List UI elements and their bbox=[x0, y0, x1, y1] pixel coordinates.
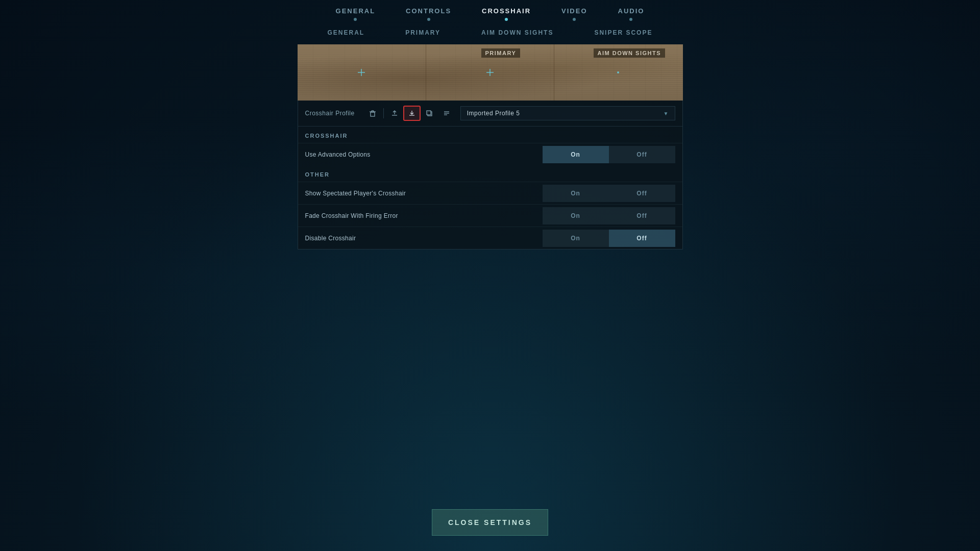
nav-dot-crosshair bbox=[505, 18, 508, 21]
show-spectated-label: Show Spectated Player's Crosshair bbox=[305, 190, 543, 197]
nav-dot-controls bbox=[427, 18, 430, 21]
fade-crosshair-row: Fade Crosshair With Firing Error On Off bbox=[298, 204, 682, 227]
copy-profile-button[interactable] bbox=[421, 106, 438, 121]
fade-crosshair-off[interactable]: Off bbox=[609, 207, 675, 224]
nav-item-controls[interactable]: CONTROLS bbox=[406, 7, 451, 21]
disable-crosshair-row: Disable Crosshair On Off bbox=[298, 227, 682, 249]
profile-divider-1 bbox=[383, 108, 384, 118]
disable-crosshair-off[interactable]: Off bbox=[609, 230, 675, 247]
nav-item-crosshair[interactable]: CROSSHAIR bbox=[482, 7, 531, 21]
profile-bar-label: Crosshair Profile bbox=[305, 110, 355, 117]
nav-dot-general bbox=[354, 18, 357, 21]
export-profile-button[interactable] bbox=[386, 106, 403, 121]
nav-dot-audio bbox=[629, 18, 632, 21]
tab-general[interactable]: GENERAL bbox=[328, 25, 365, 40]
sniper-crosshair bbox=[617, 71, 619, 73]
svg-rect-10 bbox=[427, 111, 431, 115]
preview-primary-section bbox=[298, 44, 426, 101]
show-spectated-toggle: On Off bbox=[543, 185, 675, 202]
nav-item-general[interactable]: GENERAL bbox=[336, 7, 376, 21]
tab-primary[interactable]: PRIMARY bbox=[405, 25, 440, 40]
use-advanced-options-toggle: On Off bbox=[543, 146, 675, 163]
disable-crosshair-toggle: On Off bbox=[543, 230, 675, 247]
preview-label-primary: PRIMARY bbox=[481, 48, 521, 58]
delete-profile-button[interactable] bbox=[364, 106, 381, 121]
profile-select-value: Imported Profile 5 bbox=[467, 110, 520, 117]
import-profile-button[interactable] bbox=[403, 106, 421, 121]
profile-select[interactable]: Imported Profile 5 ▼ bbox=[460, 106, 675, 120]
crosshair-preview: PRIMARY AIM DOWN SIGHTS SNIPER SCOPE bbox=[298, 44, 683, 101]
primary-crosshair bbox=[357, 68, 365, 77]
fade-crosshair-toggle: On Off bbox=[543, 207, 675, 224]
nav-item-audio[interactable]: AUDIO bbox=[618, 7, 645, 21]
nav-dot-video bbox=[573, 18, 576, 21]
close-settings-button[interactable]: CLOSE SETTINGS bbox=[432, 509, 548, 536]
fade-crosshair-on[interactable]: On bbox=[543, 207, 609, 224]
fade-crosshair-label: Fade Crosshair With Firing Error bbox=[305, 212, 543, 219]
secondary-navigation: GENERAL PRIMARY AIM DOWN SIGHTS SNIPER S… bbox=[0, 25, 980, 40]
ads-crosshair bbox=[486, 68, 494, 77]
show-spectated-off[interactable]: Off bbox=[609, 185, 675, 202]
svg-rect-0 bbox=[371, 112, 375, 116]
tab-sniper-scope[interactable]: SNIPER SCOPE bbox=[594, 25, 652, 40]
other-section-title: OTHER bbox=[298, 165, 682, 182]
tab-aim-down-sights[interactable]: AIM DOWN SIGHTS bbox=[481, 25, 553, 40]
crosshair-section-title: CROSSHAIR bbox=[298, 127, 682, 143]
show-spectated-on[interactable]: On bbox=[543, 185, 609, 202]
disable-crosshair-on[interactable]: On bbox=[543, 230, 609, 247]
profile-bar: Crosshair Profile bbox=[298, 101, 682, 127]
paste-profile-button[interactable] bbox=[438, 106, 455, 121]
preview-label-ads: AIM DOWN SIGHTS bbox=[594, 48, 666, 58]
chevron-down-icon: ▼ bbox=[664, 111, 669, 116]
profile-actions bbox=[364, 106, 455, 121]
use-advanced-options-label: Use Advanced Options bbox=[305, 151, 543, 158]
use-advanced-options-off[interactable]: Off bbox=[609, 146, 675, 163]
close-settings-area: CLOSE SETTINGS bbox=[432, 494, 548, 536]
nav-item-video[interactable]: VIDEO bbox=[561, 7, 587, 21]
use-advanced-options-on[interactable]: On bbox=[543, 146, 609, 163]
settings-panel: Crosshair Profile bbox=[298, 101, 683, 249]
show-spectated-row: Show Spectated Player's Crosshair On Off bbox=[298, 182, 682, 204]
disable-crosshair-label: Disable Crosshair bbox=[305, 235, 543, 242]
top-navigation: GENERAL CONTROLS CROSSHAIR VIDEO AUDIO bbox=[0, 0, 980, 21]
use-advanced-options-row: Use Advanced Options On Off bbox=[298, 143, 682, 165]
